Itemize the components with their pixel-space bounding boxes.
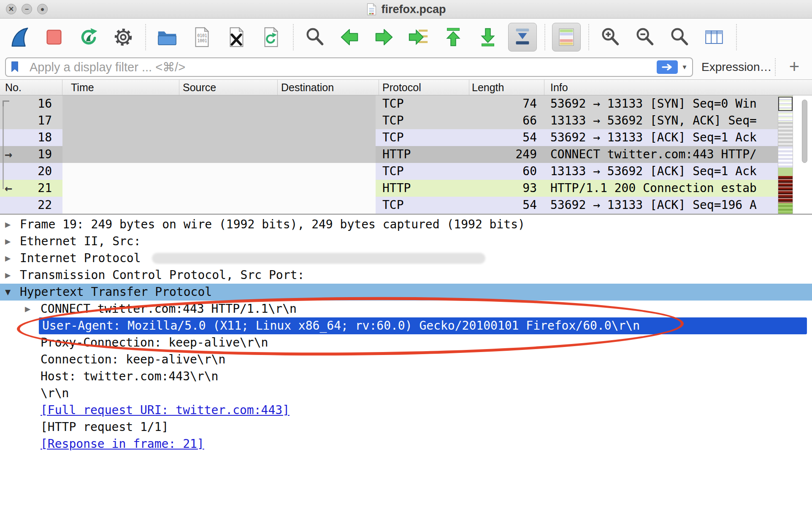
save-file-button[interactable]: 0101 1001 — [187, 23, 216, 51]
full-request-uri-link[interactable]: [Full request URI: twitter.com:443] — [41, 402, 290, 419]
scrollbar-thumb[interactable] — [802, 100, 807, 163]
minimap-segment — [778, 168, 793, 176]
redacted-region — [62, 163, 376, 214]
cell-info: 53692 → 13133 [ACK] Seq=1 Ack — [544, 129, 778, 146]
zoom-window-button[interactable]: ● — [37, 4, 48, 14]
normal-size-button[interactable] — [665, 23, 694, 51]
add-filter-button[interactable]: + — [782, 55, 806, 79]
expression-button[interactable]: Expression… — [701, 57, 772, 77]
request-arrow-icon: → — [0, 146, 17, 163]
open-file-button[interactable] — [153, 23, 181, 51]
cell-protocol: TCP — [379, 129, 469, 146]
cell-protocol: HTTP — [379, 146, 469, 163]
document-icon — [366, 3, 377, 16]
colorize-icon — [555, 26, 578, 49]
tree-row-crlf[interactable]: \r\n — [0, 385, 812, 402]
tree-row-proxy-connection[interactable]: Proxy-Connection: keep-alive\r\n — [0, 334, 812, 351]
toolbar-separator — [736, 24, 737, 50]
cell-length: 60 — [469, 163, 544, 180]
apply-filter-button[interactable] — [657, 60, 678, 74]
filter-bar: ▼ Expression… + — [0, 55, 812, 79]
tree-row-host[interactable]: Host: twitter.com:443\r\n — [0, 368, 812, 385]
tree-row-connection[interactable]: Connection: keep-alive\r\n — [0, 351, 812, 368]
reload-file-icon — [260, 26, 282, 49]
zoom-reset-icon — [668, 26, 691, 49]
cell-no: 20 — [0, 163, 62, 180]
window-title-group: firefox.pcap — [366, 0, 446, 19]
cell-protocol: TCP — [379, 95, 469, 112]
capture-options-button[interactable] — [109, 23, 138, 51]
column-header-time[interactable]: Time — [62, 80, 179, 95]
display-filter-input[interactable] — [5, 57, 693, 77]
tree-row-ip[interactable]: ▶ Internet Protocol — [0, 250, 812, 267]
column-header-length[interactable]: Length — [469, 80, 544, 95]
close-file-icon — [225, 26, 248, 49]
response-in-frame-link[interactable]: [Response in frame: 21] — [41, 436, 204, 452]
auto-scroll-icon — [511, 26, 534, 49]
cell-protocol: TCP — [379, 197, 469, 214]
zoom-out-button[interactable] — [631, 23, 659, 51]
column-header-no[interactable]: No. — [0, 80, 62, 95]
minimap-segment — [778, 203, 793, 214]
go-back-button[interactable] — [335, 23, 364, 51]
tree-row-frame[interactable]: ▶ Frame 19: 249 bytes on wire (1992 bits… — [0, 216, 812, 233]
stop-capture-button[interactable] — [40, 23, 68, 51]
tree-row-tcp[interactable]: ▶ Transmission Control Protocol, Src Por… — [0, 267, 812, 284]
column-header-source[interactable]: Source — [179, 80, 278, 95]
cell-length: 66 — [469, 112, 544, 129]
tree-row-user-agent-selected[interactable]: User-Agent: Mozilla/5.0 (X11; Linux x86_… — [39, 317, 807, 334]
restart-capture-button[interactable] — [74, 23, 103, 51]
chevron-down-icon[interactable]: ▼ — [5, 284, 19, 301]
packet-minimap[interactable] — [778, 95, 793, 214]
cell-protocol: TCP — [379, 163, 469, 180]
tree-row-ethernet[interactable]: ▶ Ethernet II, Src: — [0, 233, 812, 250]
tree-row-full-request-uri[interactable]: [Full request URI: twitter.com:443] — [0, 402, 812, 419]
close-file-button[interactable] — [222, 23, 251, 51]
go-to-packet-button[interactable] — [404, 23, 433, 51]
zoom-in-icon — [599, 26, 622, 49]
tree-row-http-request[interactable]: [HTTP request 1/1] — [0, 419, 812, 436]
bookmark-icon[interactable] — [10, 61, 19, 73]
cell-info: 53692 → 13133 [SYN] Seq=0 Win — [544, 95, 778, 112]
minimize-window-button[interactable]: − — [22, 4, 32, 14]
auto-scroll-toggle[interactable] — [508, 23, 537, 51]
colorize-toggle[interactable] — [552, 23, 581, 51]
close-window-button[interactable]: ✕ — [6, 4, 16, 14]
go-forward-button[interactable] — [370, 23, 398, 51]
reload-file-button[interactable] — [257, 23, 285, 51]
start-capture-button[interactable] — [5, 23, 34, 51]
arrow-left-icon — [338, 26, 361, 49]
cell-protocol: TCP — [379, 112, 469, 129]
minimap-viewport[interactable] — [778, 97, 793, 111]
pane-splitter[interactable] — [0, 214, 812, 215]
tree-row-connect[interactable]: ▶ CONNECT twitter.com:443 HTTP/1.1\r\n — [0, 301, 812, 317]
packet-list-header: No. Time Source Destination Protocol Len… — [0, 79, 812, 95]
tree-row-response-in-frame[interactable]: [Response in frame: 21] — [0, 436, 812, 452]
chevron-right-icon[interactable]: ▶ — [5, 267, 19, 284]
packet-details: ▶ Frame 19: 249 bytes on wire (1992 bits… — [0, 216, 812, 452]
go-to-last-packet-button[interactable] — [474, 23, 502, 51]
column-header-info[interactable]: Info — [544, 80, 812, 95]
tree-row-http[interactable]: ▼ Hypertext Transfer Protocol — [0, 284, 812, 301]
column-header-destination[interactable]: Destination — [278, 80, 379, 95]
column-header-protocol[interactable]: Protocol — [379, 80, 469, 95]
chevron-right-icon[interactable]: ▶ — [25, 301, 39, 317]
redacted-region — [62, 95, 376, 163]
chevron-right-icon[interactable]: ▶ — [5, 216, 19, 233]
find-packet-button[interactable] — [300, 23, 329, 51]
zoom-in-button[interactable] — [596, 23, 625, 51]
chevron-right-icon[interactable]: ▶ — [5, 250, 19, 267]
window-title: firefox.pcap — [381, 3, 446, 16]
cell-length: 93 — [469, 180, 544, 197]
go-to-first-packet-button[interactable] — [439, 23, 468, 51]
cell-length: 74 — [469, 95, 544, 112]
minimap-segment — [778, 176, 793, 203]
arrow-up-to-line-icon — [442, 26, 465, 49]
cell-no: 17 — [0, 112, 62, 129]
cell-info: 53692 → 13133 [ACK] Seq=196 A — [544, 197, 778, 214]
chevron-right-icon[interactable]: ▶ — [5, 233, 19, 250]
toolbar-separator — [293, 24, 294, 50]
cell-info: 13133 → 53692 [SYN, ACK] Seq= — [544, 112, 778, 129]
resize-columns-button[interactable] — [700, 23, 728, 51]
filter-dropdown-chevron[interactable]: ▼ — [679, 60, 690, 74]
